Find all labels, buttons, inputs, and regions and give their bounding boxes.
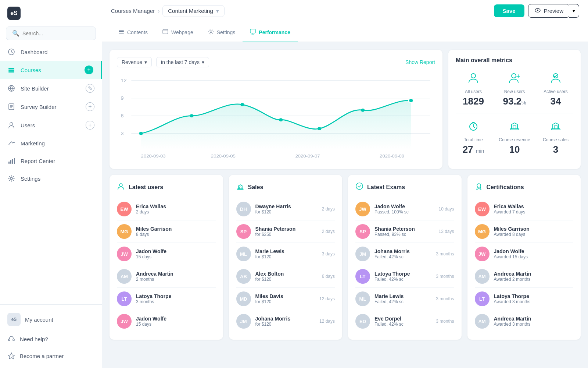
list-item[interactable]: LTLatoya ThorpeFailed, 42% sc3 months xyxy=(355,265,454,288)
tab-webpage-label: Webpage xyxy=(171,29,193,35)
sidebar-item-label-courses: Courses xyxy=(21,67,41,73)
list-item[interactable]: ABAlex Boltonfor $1206 days xyxy=(236,265,335,288)
users-add-badge[interactable]: + xyxy=(86,121,94,130)
search-input[interactable] xyxy=(22,31,90,36)
my-account-item[interactable]: eS My account xyxy=(0,308,102,330)
preview-button[interactable]: Preview xyxy=(528,4,570,18)
main-content: Courses Manager › Content Marketing ▾ Sa… xyxy=(102,0,588,368)
svg-point-21 xyxy=(210,31,212,33)
list-item[interactable]: AMAndreea MartinAwarded 2 months xyxy=(475,265,574,288)
sidebar-item-report-center[interactable]: Report Center xyxy=(0,152,102,170)
survey-builder-add-badge[interactable]: + xyxy=(86,102,94,111)
sidebar-item-site-builder[interactable]: Site Builder ✎ xyxy=(0,79,102,98)
sidebar-item-marketing[interactable]: Marketing xyxy=(0,134,102,152)
avatar: EW xyxy=(475,202,490,216)
list-item[interactable]: MDMiles Davisfor $12012 days xyxy=(236,288,335,310)
show-report-link[interactable]: Show Report xyxy=(405,59,435,65)
avatar: JM xyxy=(355,247,370,261)
list-item[interactable]: SPShania PetersonPassed, 93% sc13 days xyxy=(355,220,454,243)
course-sales-value: 3 xyxy=(538,144,573,155)
user-sub: 3 months xyxy=(136,299,216,304)
performance-icon xyxy=(250,29,256,36)
list-item[interactable]: JMJohana Morrisfor $12012 days xyxy=(236,310,335,332)
tab-webpage[interactable]: Webpage xyxy=(155,22,201,42)
metrics-divider xyxy=(456,113,573,113)
tab-settings-label: Settings xyxy=(217,29,236,35)
exam-days: 3 months xyxy=(436,251,454,256)
sidebar-item-users[interactable]: Users + xyxy=(0,116,102,134)
need-help-item[interactable]: Need help? xyxy=(0,330,102,347)
list-item[interactable]: MLMarie LewisFailed, 42% sc3 months xyxy=(355,288,454,310)
exam-sub: Failed, 42% sc xyxy=(374,254,431,259)
breadcrumb-separator: › xyxy=(158,8,159,14)
tab-settings[interactable]: Settings xyxy=(201,22,243,42)
svg-rect-18 xyxy=(119,31,124,32)
sidebar-item-courses[interactable]: Courses + xyxy=(0,61,102,79)
tab-performance[interactable]: Performance xyxy=(243,22,298,42)
breadcrumb-courses-manager[interactable]: Courses Manager xyxy=(111,8,155,14)
timeframe-filter[interactable]: in the last 7 days ▾ xyxy=(156,57,209,67)
tab-contents[interactable]: Contents xyxy=(111,22,155,42)
avatar: AM xyxy=(475,269,490,284)
list-item[interactable]: LTLatoya ThorpeAwarded 3 months xyxy=(475,288,574,310)
list-item[interactable]: DHDwayne Harrisfor $1202 days xyxy=(236,198,335,220)
contents-icon xyxy=(118,29,124,36)
latest-users-list: EWErica Wallas2 daysMGMiles Garrison8 da… xyxy=(117,198,216,332)
exam-name: Latoya Thorpe xyxy=(374,271,431,277)
course-selector[interactable]: Content Marketing ▾ xyxy=(162,5,225,17)
preview-label: Preview xyxy=(544,8,563,14)
list-item[interactable]: SPShania Petersonfor $2502 days xyxy=(236,220,335,243)
exam-days: 13 days xyxy=(438,229,454,234)
svg-point-35 xyxy=(139,132,143,135)
sidebar-item-label-settings: Settings xyxy=(21,176,40,182)
settings-tab-icon xyxy=(208,29,214,36)
sale-name: Johana Morris xyxy=(255,316,315,322)
metrics-grid: All users 1829 New users 93.2% Activ xyxy=(456,71,573,107)
metric-total-time: Total time 27 min xyxy=(456,119,491,155)
list-item[interactable]: LTLatoya Thorpe3 months xyxy=(117,288,216,310)
sidebar-nav: Dashboard Courses + Site Builder ✎ xyxy=(0,43,102,187)
avatar: DH xyxy=(236,202,251,216)
site-builder-edit-badge[interactable]: ✎ xyxy=(86,84,94,93)
sidebar-item-survey-builder[interactable]: Survey Builder + xyxy=(0,98,102,116)
latest-exams-list: JWJadon WolfePassed, 100% sc10 daysSPSha… xyxy=(355,198,454,332)
avatar: MG xyxy=(117,224,132,239)
svg-point-40 xyxy=(361,109,365,112)
list-item[interactable]: JWJadon Wolfe15 days xyxy=(117,243,216,265)
save-button[interactable]: Save xyxy=(494,4,524,17)
list-item[interactable]: MGMiles GarrisonAwarded 8 days xyxy=(475,220,574,243)
list-item[interactable]: JWJadon WolfeAwarded 15 days xyxy=(475,243,574,265)
sidebar-item-settings[interactable]: Settings xyxy=(0,170,102,187)
list-item[interactable]: JWJadon Wolfe15 days xyxy=(117,310,216,332)
all-users-icon xyxy=(456,71,491,87)
svg-rect-12 xyxy=(8,339,10,341)
svg-point-16 xyxy=(537,10,538,11)
content-area: Revenue ▾ in the last 7 days ▾ Show Repo… xyxy=(102,42,588,368)
list-item[interactable]: EWErica Wallas2 days xyxy=(117,198,216,220)
list-item[interactable]: AMAndreea Martin2 months xyxy=(117,265,216,288)
svg-rect-9 xyxy=(12,159,13,164)
preview-dropdown-button[interactable]: ▾ xyxy=(569,4,579,18)
search-box[interactable]: 🔍 xyxy=(6,26,96,40)
list-item[interactable]: MLMarie Lewisfor $1203 days xyxy=(236,243,335,265)
list-item[interactable]: AMAndreea MartinAwarded 3 months xyxy=(475,310,574,332)
revenue-filter[interactable]: Revenue ▾ xyxy=(117,57,152,67)
course-dropdown-icon: ▾ xyxy=(216,8,219,14)
list-item[interactable]: EWErica WallasAwarded 7 days xyxy=(475,198,574,220)
tabs: Contents Webpage Settings Performance xyxy=(102,22,588,42)
become-partner-item[interactable]: Become a partner xyxy=(0,347,102,364)
preview-eye-icon xyxy=(534,7,541,15)
list-item[interactable]: MGMiles Garrison8 days xyxy=(117,220,216,243)
metric-active-users: Active users 34 xyxy=(538,71,573,107)
courses-add-badge[interactable]: + xyxy=(85,66,93,74)
sale-name: Miles Davis xyxy=(255,293,315,299)
list-item[interactable]: EDEve DorpelFailed, 42% sc3 months xyxy=(355,310,454,332)
svg-rect-13 xyxy=(13,339,14,341)
sales-card: Sales DHDwayne Harrisfor $1202 daysSPSha… xyxy=(229,175,343,340)
list-item[interactable]: JWJadon WolfePassed, 100% sc10 days xyxy=(355,198,454,220)
sales-icon xyxy=(236,182,244,192)
list-item[interactable]: JMJohana MorrisFailed, 42% sc3 months xyxy=(355,243,454,265)
sidebar-item-dashboard[interactable]: Dashboard xyxy=(0,43,102,61)
chart-header: Revenue ▾ in the last 7 days ▾ Show Repo… xyxy=(117,57,435,67)
avatar: JW xyxy=(355,202,370,216)
